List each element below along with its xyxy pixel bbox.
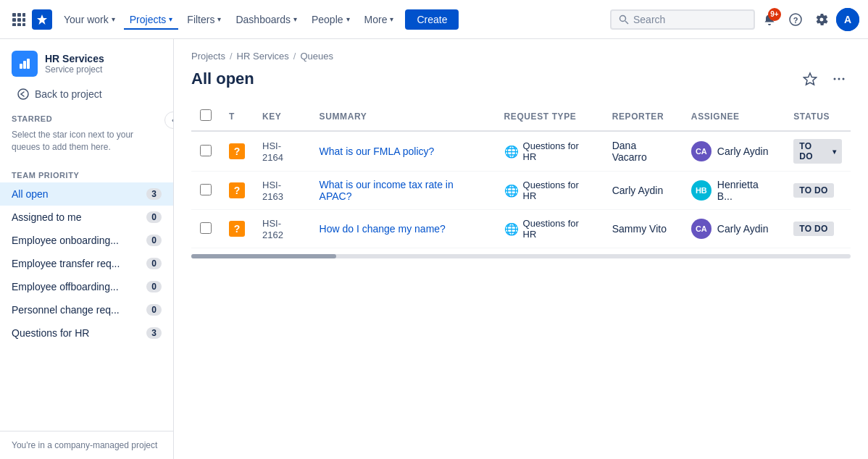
row-status-cell: TO DO: [785, 210, 851, 248]
page-title: All open: [191, 70, 254, 88]
scrollbar-track: [191, 254, 851, 258]
svg-rect-5: [22, 18, 25, 22]
svg-rect-1: [17, 13, 21, 17]
select-all-checkbox[interactable]: [200, 109, 212, 121]
settings-icon: [815, 13, 828, 26]
row-checkbox[interactable]: [200, 145, 212, 156]
svg-point-21: [838, 78, 840, 80]
chevron-down-icon: ▾: [293, 15, 297, 23]
table-row[interactable]: ? HSI-2162 How do I change my name? 🌐 Qu…: [191, 210, 851, 248]
nav-more[interactable]: More ▾: [359, 9, 400, 30]
back-icon: [17, 88, 29, 100]
sidebar-item-employee-onboarding[interactable]: Employee onboarding... 0: [0, 229, 173, 252]
svg-rect-7: [17, 23, 21, 26]
col-status: Status: [785, 102, 851, 131]
svg-rect-3: [12, 18, 16, 22]
search-icon: [619, 14, 629, 25]
assignee-name: Carly Aydin: [717, 223, 769, 235]
star-button[interactable]: [798, 67, 822, 90]
queue-table-container: T Key Summary Request Type Reporter Assi…: [174, 102, 868, 248]
sidebar-item-all-open[interactable]: All open 3: [0, 182, 173, 206]
issue-summary-link[interactable]: How do I change my name?: [320, 223, 446, 235]
page-header: All open: [174, 62, 868, 102]
nav-your-work[interactable]: Your work ▾: [58, 9, 121, 30]
back-to-project-button[interactable]: Back to project: [6, 83, 167, 106]
breadcrumb-queues[interactable]: Queues: [300, 51, 333, 62]
request-type-icon: 🌐: [504, 145, 519, 159]
queue-table: T Key Summary Request Type Reporter Assi…: [191, 102, 851, 248]
assignee-avatar: HB: [691, 180, 711, 201]
svg-rect-15: [20, 64, 22, 69]
breadcrumb-projects[interactable]: Projects: [191, 51, 225, 62]
search-box[interactable]: Search: [610, 9, 755, 30]
grid-icon[interactable]: [9, 9, 29, 30]
more-options-button[interactable]: [827, 67, 851, 90]
chevron-down-icon: ▾: [390, 15, 393, 23]
top-nav: Your work ▾ Projects ▾ Filters ▾ Dashboa…: [0, 0, 868, 39]
more-options-icon: [832, 72, 846, 85]
row-request-type-cell: 🌐 Questions for HR: [496, 210, 604, 248]
create-button[interactable]: Create: [405, 9, 459, 30]
row-status-cell: TO DO: [785, 172, 851, 210]
sidebar-item-employee-offboarding[interactable]: Employee offboarding... 0: [0, 275, 173, 298]
svg-rect-16: [23, 61, 26, 69]
app-logo[interactable]: [32, 9, 52, 30]
sidebar-badge-personnel-change: 0: [146, 304, 162, 316]
horizontal-scrollbar[interactable]: [174, 248, 868, 258]
row-checkbox[interactable]: [200, 222, 212, 234]
row-type-cell: ?: [220, 172, 254, 210]
sidebar-badge-assigned-to-me: 0: [146, 211, 162, 223]
issue-summary-link[interactable]: What is our income tax rate in APAC?: [320, 179, 454, 202]
table-row[interactable]: ? HSI-2164 What is our FMLA policy? 🌐 Qu…: [191, 131, 851, 172]
assignee: HB Henrietta B...: [691, 179, 776, 202]
row-checkbox[interactable]: [200, 184, 212, 195]
row-reporter-cell: Dana Vacarro: [604, 131, 683, 172]
request-type-icon: 🌐: [504, 184, 519, 198]
breadcrumb: Projects / HR Services / Queues: [174, 39, 868, 62]
assignee-avatar: CA: [691, 141, 711, 161]
assignee: CA Carly Aydin: [691, 219, 776, 239]
table-row[interactable]: ? HSI-2163 What is our income tax rate i…: [191, 172, 851, 210]
svg-line-10: [625, 21, 628, 24]
svg-rect-0: [12, 13, 16, 17]
col-summary: Summary: [311, 102, 496, 131]
user-avatar[interactable]: A: [836, 8, 859, 31]
issue-key: HSI-2164: [262, 140, 283, 163]
status-badge: TO DO: [793, 222, 834, 236]
row-summary-cell: What is our income tax rate in APAC?: [311, 172, 496, 210]
notifications-button[interactable]: 9+: [758, 8, 781, 31]
issue-summary-link[interactable]: What is our FMLA policy?: [320, 146, 435, 157]
nav-projects[interactable]: Projects ▾: [124, 9, 179, 30]
svg-point-18: [18, 89, 28, 99]
nav-people[interactable]: People ▾: [306, 9, 356, 30]
sidebar-item-assigned-to-me[interactable]: Assigned to me 0: [0, 206, 173, 229]
breadcrumb-hr-services[interactable]: HR Services: [237, 51, 289, 62]
request-type-label: Questions for HR: [523, 218, 595, 240]
help-button[interactable]: ?: [784, 8, 807, 31]
col-reporter: Reporter: [604, 102, 683, 131]
sidebar-badge-all-open: 3: [146, 188, 162, 200]
row-assignee-cell: HB Henrietta B...: [683, 172, 785, 210]
sidebar-item-personnel-change[interactable]: Personnel change req... 0: [0, 298, 173, 321]
sidebar-item-employee-transfer[interactable]: Employee transfer req... 0: [0, 252, 173, 275]
scrollbar-thumb: [191, 254, 336, 258]
notification-badge: 9+: [768, 8, 781, 21]
issue-type-icon: ?: [229, 143, 245, 159]
status-badge: TO DO: [793, 183, 834, 198]
settings-button[interactable]: [810, 8, 833, 31]
row-key-cell: HSI-2163: [254, 172, 311, 210]
svg-text:?: ?: [793, 15, 798, 24]
row-summary-cell: How do I change my name?: [311, 210, 496, 248]
row-status-cell: TO DO▾: [785, 131, 851, 172]
row-key-cell: HSI-2162: [254, 210, 311, 248]
help-icon: ?: [789, 13, 802, 26]
sidebar-badge-employee-onboarding: 0: [146, 235, 162, 246]
status-dropdown-icon[interactable]: ▾: [832, 148, 836, 156]
nav-dashboards[interactable]: Dashboards ▾: [230, 9, 303, 30]
request-type-icon: 🌐: [504, 222, 519, 236]
chevron-down-icon: ▾: [346, 15, 350, 23]
sidebar-item-questions-for-hr[interactable]: Questions for HR 3: [0, 321, 173, 345]
nav-filters[interactable]: Filters ▾: [181, 9, 227, 30]
svg-rect-4: [17, 18, 21, 22]
status-badge[interactable]: TO DO▾: [793, 139, 842, 164]
